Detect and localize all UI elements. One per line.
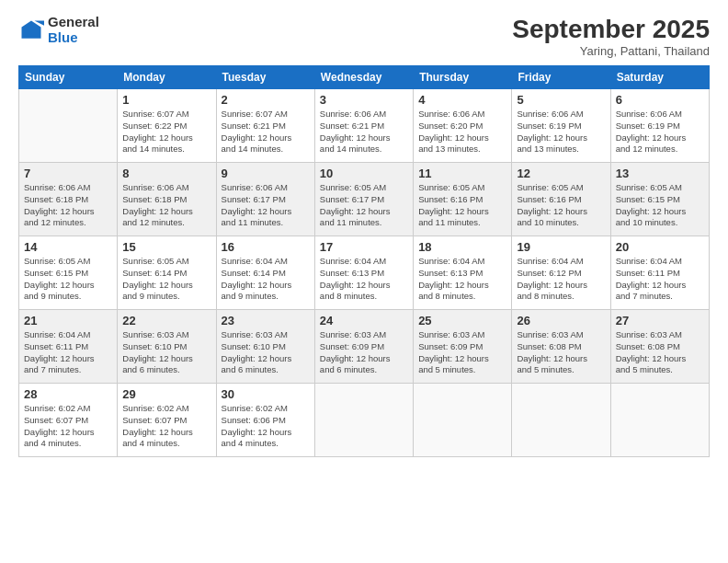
day-info: Sunrise: 6:02 AM Sunset: 6:06 PM Dayligh…: [222, 403, 310, 450]
day-info: Sunrise: 6:04 AM Sunset: 6:11 PM Dayligh…: [616, 256, 704, 303]
calendar-cell: 5Sunrise: 6:06 AM Sunset: 6:19 PM Daylig…: [512, 89, 610, 163]
day-number: 15: [122, 240, 210, 254]
day-number: 27: [616, 314, 704, 327]
calendar-cell: 28Sunrise: 6:02 AM Sunset: 6:07 PM Dayli…: [19, 384, 118, 457]
calendar-cell: 20Sunrise: 6:04 AM Sunset: 6:11 PM Dayli…: [610, 236, 709, 310]
day-info: Sunrise: 6:06 AM Sunset: 6:19 PM Dayligh…: [616, 109, 704, 155]
calendar-cell: 26Sunrise: 6:03 AM Sunset: 6:08 PM Dayli…: [512, 310, 610, 384]
calendar-cell: 25Sunrise: 6:03 AM Sunset: 6:09 PM Dayli…: [414, 310, 512, 384]
page: General Blue September 2025 Yaring, Patt…: [0, 0, 728, 563]
day-number: 12: [517, 167, 605, 180]
day-number: 13: [616, 167, 704, 180]
day-number: 1: [122, 93, 210, 107]
day-number: 2: [222, 93, 310, 107]
calendar-cell: 13Sunrise: 6:05 AM Sunset: 6:15 PM Dayli…: [610, 163, 709, 236]
day-info: Sunrise: 6:05 AM Sunset: 6:15 PM Dayligh…: [616, 182, 704, 229]
day-number: 21: [24, 314, 112, 327]
calendar-cell: [610, 384, 709, 457]
logo: General Blue: [18, 15, 99, 45]
calendar-cell: [314, 384, 413, 457]
col-sunday: Sunday: [19, 66, 118, 89]
calendar-cell: 27Sunrise: 6:03 AM Sunset: 6:08 PM Dayli…: [610, 310, 709, 384]
calendar-week-4: 21Sunrise: 6:04 AM Sunset: 6:11 PM Dayli…: [19, 310, 710, 384]
calendar-cell: 7Sunrise: 6:06 AM Sunset: 6:18 PM Daylig…: [19, 163, 118, 236]
calendar-cell: 22Sunrise: 6:03 AM Sunset: 6:10 PM Dayli…: [118, 310, 216, 384]
day-info: Sunrise: 6:03 AM Sunset: 6:10 PM Dayligh…: [222, 329, 310, 376]
day-number: 16: [222, 240, 310, 254]
month-title: September 2025: [512, 15, 710, 44]
calendar-header: Sunday Monday Tuesday Wednesday Thursday…: [19, 66, 710, 89]
day-number: 14: [24, 240, 112, 254]
day-info: Sunrise: 6:06 AM Sunset: 6:17 PM Dayligh…: [222, 182, 310, 229]
calendar-cell: 18Sunrise: 6:04 AM Sunset: 6:13 PM Dayli…: [414, 236, 512, 310]
day-info: Sunrise: 6:03 AM Sunset: 6:08 PM Dayligh…: [517, 329, 605, 376]
day-info: Sunrise: 6:03 AM Sunset: 6:09 PM Dayligh…: [320, 329, 408, 376]
calendar-week-3: 14Sunrise: 6:05 AM Sunset: 6:15 PM Dayli…: [19, 236, 710, 310]
day-number: 8: [122, 167, 210, 180]
day-number: 26: [517, 314, 605, 327]
day-number: 29: [122, 387, 210, 401]
day-info: Sunrise: 6:06 AM Sunset: 6:18 PM Dayligh…: [24, 182, 112, 229]
day-number: 4: [418, 93, 506, 107]
calendar-cell: 24Sunrise: 6:03 AM Sunset: 6:09 PM Dayli…: [314, 310, 413, 384]
day-number: 10: [320, 167, 408, 180]
day-info: Sunrise: 6:06 AM Sunset: 6:21 PM Dayligh…: [320, 109, 408, 155]
calendar-body: 1Sunrise: 6:07 AM Sunset: 6:22 PM Daylig…: [19, 89, 710, 457]
col-saturday: Saturday: [610, 66, 709, 89]
day-number: 11: [418, 167, 506, 180]
day-number: 9: [222, 167, 310, 180]
calendar-cell: 15Sunrise: 6:05 AM Sunset: 6:14 PM Dayli…: [118, 236, 216, 310]
calendar-cell: [19, 89, 118, 163]
day-number: 25: [418, 314, 506, 327]
calendar-cell: 16Sunrise: 6:04 AM Sunset: 6:14 PM Dayli…: [216, 236, 314, 310]
day-info: Sunrise: 6:05 AM Sunset: 6:15 PM Dayligh…: [24, 256, 112, 303]
day-number: 19: [517, 240, 605, 254]
calendar-cell: 11Sunrise: 6:05 AM Sunset: 6:16 PM Dayli…: [414, 163, 512, 236]
calendar-cell: 4Sunrise: 6:06 AM Sunset: 6:20 PM Daylig…: [414, 89, 512, 163]
location: Yaring, Pattani, Thailand: [512, 44, 710, 58]
header-row: Sunday Monday Tuesday Wednesday Thursday…: [19, 66, 710, 89]
calendar-cell: 12Sunrise: 6:05 AM Sunset: 6:16 PM Dayli…: [512, 163, 610, 236]
day-number: 24: [320, 314, 408, 327]
day-info: Sunrise: 6:06 AM Sunset: 6:18 PM Dayligh…: [122, 182, 210, 229]
day-number: 6: [616, 93, 704, 107]
calendar-week-1: 1Sunrise: 6:07 AM Sunset: 6:22 PM Daylig…: [19, 89, 710, 163]
day-info: Sunrise: 6:03 AM Sunset: 6:10 PM Dayligh…: [122, 329, 210, 376]
day-number: 28: [24, 387, 112, 401]
day-number: 20: [616, 240, 704, 254]
day-info: Sunrise: 6:04 AM Sunset: 6:13 PM Dayligh…: [418, 256, 506, 303]
day-info: Sunrise: 6:04 AM Sunset: 6:14 PM Dayligh…: [222, 256, 310, 303]
col-monday: Monday: [118, 66, 216, 89]
col-thursday: Thursday: [414, 66, 512, 89]
calendar-cell: 29Sunrise: 6:02 AM Sunset: 6:07 PM Dayli…: [118, 384, 216, 457]
calendar-cell: 6Sunrise: 6:06 AM Sunset: 6:19 PM Daylig…: [610, 89, 709, 163]
day-number: 22: [122, 314, 210, 327]
day-number: 17: [320, 240, 408, 254]
day-number: 7: [24, 167, 112, 180]
calendar-cell: 19Sunrise: 6:04 AM Sunset: 6:12 PM Dayli…: [512, 236, 610, 310]
calendar-cell: 23Sunrise: 6:03 AM Sunset: 6:10 PM Dayli…: [216, 310, 314, 384]
calendar-cell: [414, 384, 512, 457]
day-info: Sunrise: 6:05 AM Sunset: 6:14 PM Dayligh…: [122, 256, 210, 303]
calendar: Sunday Monday Tuesday Wednesday Thursday…: [18, 65, 710, 457]
day-info: Sunrise: 6:04 AM Sunset: 6:11 PM Dayligh…: [24, 329, 112, 376]
logo-icon: [18, 17, 44, 43]
title-section: September 2025 Yaring, Pattani, Thailand: [512, 15, 710, 58]
calendar-cell: 10Sunrise: 6:05 AM Sunset: 6:17 PM Dayli…: [314, 163, 413, 236]
day-info: Sunrise: 6:05 AM Sunset: 6:17 PM Dayligh…: [320, 182, 408, 229]
calendar-week-2: 7Sunrise: 6:06 AM Sunset: 6:18 PM Daylig…: [19, 163, 710, 236]
calendar-cell: [512, 384, 610, 457]
calendar-cell: 14Sunrise: 6:05 AM Sunset: 6:15 PM Dayli…: [19, 236, 118, 310]
calendar-cell: 21Sunrise: 6:04 AM Sunset: 6:11 PM Dayli…: [19, 310, 118, 384]
calendar-week-5: 28Sunrise: 6:02 AM Sunset: 6:07 PM Dayli…: [19, 384, 710, 457]
day-info: Sunrise: 6:06 AM Sunset: 6:20 PM Dayligh…: [418, 109, 506, 155]
calendar-cell: 8Sunrise: 6:06 AM Sunset: 6:18 PM Daylig…: [118, 163, 216, 236]
day-info: Sunrise: 6:05 AM Sunset: 6:16 PM Dayligh…: [517, 182, 605, 229]
day-info: Sunrise: 6:07 AM Sunset: 6:22 PM Dayligh…: [122, 109, 210, 155]
col-tuesday: Tuesday: [216, 66, 314, 89]
calendar-cell: 17Sunrise: 6:04 AM Sunset: 6:13 PM Dayli…: [314, 236, 413, 310]
day-number: 3: [320, 93, 408, 107]
day-info: Sunrise: 6:02 AM Sunset: 6:07 PM Dayligh…: [122, 403, 210, 450]
day-number: 30: [222, 387, 310, 401]
day-number: 5: [517, 93, 605, 107]
